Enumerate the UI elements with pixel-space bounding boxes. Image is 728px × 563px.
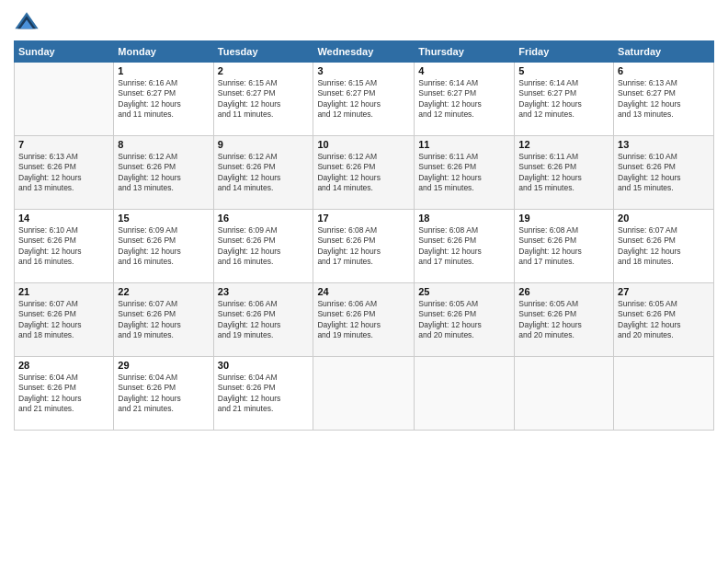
day-info: Sunrise: 6:05 AM Sunset: 6:26 PM Dayligh…: [518, 299, 609, 341]
calendar-cell: 7Sunrise: 6:13 AM Sunset: 6:26 PM Daylig…: [15, 136, 114, 210]
calendar-cell: 3Sunrise: 6:15 AM Sunset: 6:27 PM Daylig…: [313, 63, 415, 136]
day-number: 12: [518, 139, 609, 150]
day-info: Sunrise: 6:07 AM Sunset: 6:26 PM Dayligh…: [18, 299, 109, 341]
col-header-thursday: Thursday: [415, 41, 515, 63]
col-header-wednesday: Wednesday: [313, 41, 415, 63]
calendar-cell: 1Sunrise: 6:16 AM Sunset: 6:27 PM Daylig…: [114, 63, 213, 136]
calendar-cell: 8Sunrise: 6:12 AM Sunset: 6:26 PM Daylig…: [114, 136, 213, 210]
calendar-cell: 10Sunrise: 6:12 AM Sunset: 6:26 PM Dayli…: [313, 136, 415, 210]
day-number: 8: [118, 139, 209, 150]
day-number: 25: [418, 286, 510, 297]
day-info: Sunrise: 6:07 AM Sunset: 6:26 PM Dayligh…: [618, 225, 710, 268]
calendar-cell: 27Sunrise: 6:05 AM Sunset: 6:26 PM Dayli…: [614, 283, 714, 357]
day-info: Sunrise: 6:05 AM Sunset: 6:26 PM Dayligh…: [618, 299, 710, 341]
calendar-cell: 16Sunrise: 6:09 AM Sunset: 6:26 PM Dayli…: [213, 210, 313, 283]
calendar-cell: 5Sunrise: 6:14 AM Sunset: 6:27 PM Daylig…: [515, 63, 614, 136]
day-info: Sunrise: 6:04 AM Sunset: 6:26 PM Dayligh…: [118, 373, 209, 415]
calendar-cell: 9Sunrise: 6:12 AM Sunset: 6:26 PM Daylig…: [213, 136, 313, 210]
day-info: Sunrise: 6:14 AM Sunset: 6:27 PM Dayligh…: [418, 78, 510, 121]
calendar-cell: 6Sunrise: 6:13 AM Sunset: 6:27 PM Daylig…: [614, 63, 714, 136]
day-number: 19: [518, 213, 609, 224]
calendar-cell: 29Sunrise: 6:04 AM Sunset: 6:26 PM Dayli…: [114, 357, 213, 431]
calendar-cell: 14Sunrise: 6:10 AM Sunset: 6:26 PM Dayli…: [15, 210, 114, 283]
day-number: 2: [218, 65, 310, 76]
day-info: Sunrise: 6:14 AM Sunset: 6:27 PM Dayligh…: [518, 78, 609, 121]
day-number: 27: [618, 286, 710, 297]
day-number: 21: [18, 286, 109, 297]
day-number: 9: [218, 139, 310, 150]
calendar-cell: 4Sunrise: 6:14 AM Sunset: 6:27 PM Daylig…: [415, 63, 515, 136]
day-number: 18: [418, 213, 510, 224]
day-number: 1: [118, 65, 209, 76]
calendar-cell: 21Sunrise: 6:07 AM Sunset: 6:26 PM Dayli…: [15, 283, 114, 357]
day-number: 4: [418, 65, 510, 76]
day-info: Sunrise: 6:12 AM Sunset: 6:26 PM Dayligh…: [218, 152, 310, 194]
calendar-cell: 18Sunrise: 6:08 AM Sunset: 6:26 PM Dayli…: [415, 210, 515, 283]
day-info: Sunrise: 6:15 AM Sunset: 6:27 PM Dayligh…: [218, 78, 310, 121]
day-info: Sunrise: 6:11 AM Sunset: 6:26 PM Dayligh…: [518, 152, 609, 194]
calendar-week-1: 1Sunrise: 6:16 AM Sunset: 6:27 PM Daylig…: [15, 63, 714, 136]
day-info: Sunrise: 6:13 AM Sunset: 6:26 PM Dayligh…: [18, 152, 109, 194]
day-info: Sunrise: 6:16 AM Sunset: 6:27 PM Dayligh…: [118, 78, 209, 121]
calendar-cell: 28Sunrise: 6:04 AM Sunset: 6:26 PM Dayli…: [15, 357, 114, 431]
day-number: 28: [18, 360, 109, 371]
day-info: Sunrise: 6:07 AM Sunset: 6:26 PM Dayligh…: [118, 299, 209, 341]
day-info: Sunrise: 6:06 AM Sunset: 6:26 PM Dayligh…: [218, 299, 310, 341]
col-header-sunday: Sunday: [15, 41, 114, 63]
day-number: 6: [618, 65, 710, 76]
calendar-week-3: 14Sunrise: 6:10 AM Sunset: 6:26 PM Dayli…: [15, 210, 714, 283]
col-header-friday: Friday: [515, 41, 614, 63]
calendar-cell: 17Sunrise: 6:08 AM Sunset: 6:26 PM Dayli…: [313, 210, 415, 283]
day-number: 3: [317, 65, 410, 76]
day-number: 20: [618, 213, 710, 224]
calendar-cell: 15Sunrise: 6:09 AM Sunset: 6:26 PM Dayli…: [114, 210, 213, 283]
logo: [14, 9, 43, 35]
day-number: 26: [518, 286, 609, 297]
day-info: Sunrise: 6:12 AM Sunset: 6:26 PM Dayligh…: [118, 152, 209, 194]
day-info: Sunrise: 6:12 AM Sunset: 6:26 PM Dayligh…: [317, 152, 410, 194]
calendar-cell: 25Sunrise: 6:05 AM Sunset: 6:26 PM Dayli…: [415, 283, 515, 357]
day-number: 13: [618, 139, 710, 150]
day-number: 15: [118, 213, 209, 224]
day-info: Sunrise: 6:13 AM Sunset: 6:27 PM Dayligh…: [618, 78, 710, 121]
col-header-tuesday: Tuesday: [213, 41, 313, 63]
day-info: Sunrise: 6:15 AM Sunset: 6:27 PM Dayligh…: [317, 78, 410, 121]
col-header-monday: Monday: [114, 41, 213, 63]
calendar-cell: 2Sunrise: 6:15 AM Sunset: 6:27 PM Daylig…: [213, 63, 313, 136]
day-info: Sunrise: 6:10 AM Sunset: 6:26 PM Dayligh…: [618, 152, 710, 194]
calendar-cell: [415, 357, 515, 431]
logo-icon: [14, 9, 40, 35]
day-number: 11: [418, 139, 510, 150]
day-number: 22: [118, 286, 209, 297]
calendar-cell: [15, 63, 114, 136]
calendar-header-row: SundayMondayTuesdayWednesdayThursdayFrid…: [15, 41, 714, 63]
day-number: 17: [317, 213, 410, 224]
day-number: 23: [218, 286, 310, 297]
day-info: Sunrise: 6:04 AM Sunset: 6:26 PM Dayligh…: [218, 373, 310, 415]
calendar-cell: 30Sunrise: 6:04 AM Sunset: 6:26 PM Dayli…: [213, 357, 313, 431]
day-info: Sunrise: 6:06 AM Sunset: 6:26 PM Dayligh…: [317, 299, 410, 341]
day-info: Sunrise: 6:10 AM Sunset: 6:26 PM Dayligh…: [18, 225, 109, 268]
col-header-saturday: Saturday: [614, 41, 714, 63]
calendar-cell: [515, 357, 614, 431]
calendar-cell: 13Sunrise: 6:10 AM Sunset: 6:26 PM Dayli…: [614, 136, 714, 210]
page: SundayMondayTuesdayWednesdayThursdayFrid…: [0, 0, 728, 563]
day-number: 10: [317, 139, 410, 150]
calendar-cell: [313, 357, 415, 431]
calendar-cell: 20Sunrise: 6:07 AM Sunset: 6:26 PM Dayli…: [614, 210, 714, 283]
day-number: 16: [218, 213, 310, 224]
calendar-week-2: 7Sunrise: 6:13 AM Sunset: 6:26 PM Daylig…: [15, 136, 714, 210]
calendar-cell: 22Sunrise: 6:07 AM Sunset: 6:26 PM Dayli…: [114, 283, 213, 357]
day-number: 29: [118, 360, 209, 371]
calendar-cell: 19Sunrise: 6:08 AM Sunset: 6:26 PM Dayli…: [515, 210, 614, 283]
calendar-cell: 26Sunrise: 6:05 AM Sunset: 6:26 PM Dayli…: [515, 283, 614, 357]
day-info: Sunrise: 6:09 AM Sunset: 6:26 PM Dayligh…: [118, 225, 209, 268]
calendar-cell: 24Sunrise: 6:06 AM Sunset: 6:26 PM Dayli…: [313, 283, 415, 357]
day-number: 24: [317, 286, 410, 297]
day-info: Sunrise: 6:08 AM Sunset: 6:26 PM Dayligh…: [418, 225, 510, 268]
day-number: 5: [518, 65, 609, 76]
day-info: Sunrise: 6:08 AM Sunset: 6:26 PM Dayligh…: [518, 225, 609, 268]
calendar: SundayMondayTuesdayWednesdayThursdayFrid…: [14, 40, 714, 431]
day-number: 7: [18, 139, 109, 150]
day-info: Sunrise: 6:11 AM Sunset: 6:26 PM Dayligh…: [418, 152, 510, 194]
